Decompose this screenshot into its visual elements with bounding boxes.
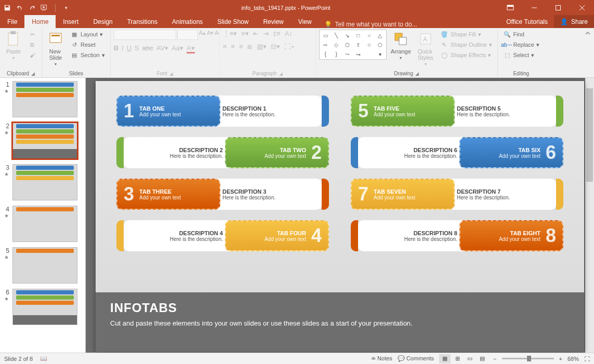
columns-icon[interactable]: ▥▾ [257,43,267,50]
infotab-desc-box[interactable]: DESCRIPTION 5Here is the description. [450,96,556,127]
align-right-icon[interactable]: ≡ [239,43,243,50]
section-button[interactable]: ▤Section ▾ [68,50,107,60]
infotab-7[interactable]: 7TAB SEVENAdd your own textDESCRIPTION 7… [351,179,563,210]
infotab-sub[interactable]: Add your own text [265,153,306,159]
tab-view[interactable]: View [291,15,319,28]
find-button[interactable]: 🔍Find [501,30,542,39]
indent-right-icon[interactable]: ⇥ [263,30,269,37]
redo-icon[interactable] [28,4,36,12]
tab-transitions[interactable]: Transitions [120,15,165,28]
zoom-handle[interactable] [527,356,531,361]
font-launcher-icon[interactable]: ◢ [169,71,173,76]
shape-callout-icon[interactable]: ⬠ [375,41,385,49]
shape-arrow2-icon[interactable]: ⇧ [353,41,363,49]
spell-check-icon[interactable]: 📖 [40,355,47,362]
tab-slideshow[interactable]: Slide Show [210,15,256,28]
infotab-title[interactable]: TAB FOUR [265,230,306,236]
infotab-3[interactable]: 3TAB THREEAdd your own textDESCRIPTION 3… [116,179,329,210]
infotab-title[interactable]: TAB FIVE [374,105,415,112]
save-icon[interactable] [3,4,11,12]
infotab-title[interactable]: TAB TWO [265,147,306,153]
slide-thumbnail-5[interactable] [12,247,77,284]
scrollbar-thumb[interactable] [586,88,593,182]
change-case-button[interactable]: Aa▾ [171,44,183,53]
slide-thumbnail-4[interactable] [12,206,77,242]
shapes-gallery[interactable]: ▭╲↘□○△ ⇨◇⬡⇧☆⬠ {}⤳↝▾ [319,30,387,60]
infotab-sub[interactable]: Add your own text [374,195,415,200]
infotab-8[interactable]: 8TAB EIGHTAdd your own textDESCRIPTION 8… [351,220,563,251]
tab-review[interactable]: Review [256,15,291,28]
undo-icon[interactable] [16,4,24,12]
italic-button[interactable]: I [122,44,124,53]
reading-view-icon[interactable]: ▭ [464,354,476,363]
infotab-title[interactable]: TAB EIGHT [499,230,540,236]
close-button[interactable] [570,0,594,15]
line-spacing-icon[interactable]: ‡≡ [273,30,281,37]
footer-title[interactable]: INFOTABS [110,301,570,315]
indent-left-icon[interactable]: ⇤ [253,30,259,37]
minimize-button[interactable] [522,0,546,15]
slide-indicator[interactable]: Slide 2 of 8 [4,356,33,362]
vertical-scrollbar[interactable] [585,78,594,353]
bold-button[interactable]: B [114,44,118,53]
align-center-icon[interactable]: ≡ [231,43,235,50]
infotab-colored[interactable]: 5TAB FIVEAdd your own text [351,96,455,127]
font-family-combo[interactable] [114,30,176,40]
infotab-desc-text[interactable]: Here is the description. [222,112,314,117]
font-size-combo[interactable] [177,30,198,40]
shape-more-icon[interactable]: ▾ [375,50,385,58]
slide-sorter-icon[interactable]: ⊞ [452,354,463,363]
slide-thumbnail-6[interactable] [12,289,77,325]
fit-to-window-icon[interactable]: ⛶ [584,356,590,362]
zoom-out-icon[interactable]: − [493,356,496,362]
grow-font-icon[interactable]: A▴ [199,30,206,40]
qat-dropdown-icon[interactable]: ▾ [62,4,70,12]
collapse-ribbon-icon[interactable] [582,28,594,38]
infotab-desc-box[interactable]: DESCRIPTION 6Here is the description. [358,137,465,168]
shape-rect-icon[interactable]: ▭ [321,31,331,39]
select-button[interactable]: ⬚Select ▾ [501,50,542,60]
infotab-desc-title[interactable]: DESCRIPTION 6 [365,147,457,153]
underline-button[interactable]: U [127,44,131,53]
infotab-colored[interactable]: 6TAB SIXAdd your own text [459,137,563,168]
shape-star-icon[interactable]: ☆ [364,41,374,49]
shape-line-icon[interactable]: ╲ [332,31,341,39]
infotab-desc-box[interactable]: DESCRIPTION 8Here is the description. [358,220,465,251]
office-tutorials-link[interactable]: Office Tutorials [500,15,554,28]
zoom-slider[interactable] [502,358,554,359]
slideshow-view-icon[interactable]: ▤ [477,354,488,363]
reset-button[interactable]: ↺Reset [68,40,107,49]
tab-home[interactable]: Home [24,15,56,28]
infotab-desc-title[interactable]: DESCRIPTION 5 [457,105,549,112]
cut-button[interactable]: ✂ [26,30,38,39]
infotab-title[interactable]: TAB SEVEN [374,188,415,195]
infotab-title[interactable]: TAB SIX [499,147,540,153]
infotab-desc-title[interactable]: DESCRIPTION 7 [457,188,549,195]
tab-design[interactable]: Design [86,15,120,28]
tab-animations[interactable]: Animations [165,15,210,28]
slide[interactable]: 1TAB ONEAdd your own textDESCRIPTION 1He… [96,81,584,352]
infotab-desc-title[interactable]: DESCRIPTION 3 [222,188,314,195]
slide-thumbnail-3[interactable] [12,164,77,200]
infotab-colored[interactable]: 8TAB EIGHTAdd your own text [459,220,563,251]
notes-button[interactable]: ≐ Notes [371,355,392,362]
infotab-sub[interactable]: Add your own text [499,236,540,242]
shape-connector-icon[interactable]: ⤳ [342,50,352,58]
drawing-launcher-icon[interactable]: ◢ [415,71,419,76]
arrange-button[interactable]: Arrange▾ [389,30,413,61]
infotab-5[interactable]: 5TAB FIVEAdd your own textDESCRIPTION 5H… [351,96,563,127]
replace-button[interactable]: ab↔Replace ▾ [501,40,542,49]
infotab-colored[interactable]: 2TAB TWOAdd your own text [225,137,329,168]
justify-icon[interactable]: ≣ [247,43,253,50]
shape-hex-icon[interactable]: ⬡ [342,41,352,49]
format-painter-button[interactable]: 🖌 [26,50,38,60]
infotab-desc-box[interactable]: DESCRIPTION 1Here is the description. [215,96,322,127]
infotab-sub[interactable]: Add your own text [139,195,181,200]
infotab-4[interactable]: 4TAB FOURAdd your own textDESCRIPTION 4H… [116,220,329,251]
shape-fill-button[interactable]: 🪣Shape Fill ▾ [438,30,494,39]
align-left-icon[interactable]: ≡ [223,43,227,50]
paste-button[interactable]: Paste▾ [3,30,24,61]
infotab-title[interactable]: TAB ONE [139,105,181,112]
align-text-icon[interactable]: ⊟▾ [271,43,280,50]
shape-arrow-icon[interactable]: ⇨ [321,41,331,49]
